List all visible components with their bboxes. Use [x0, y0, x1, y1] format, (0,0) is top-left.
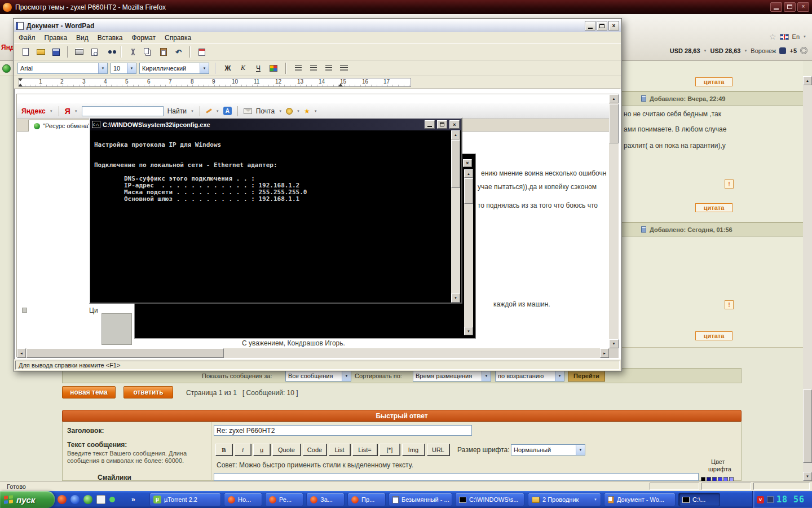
- scroll-thumb[interactable]: [451, 140, 460, 188]
- print-preview-button[interactable]: [87, 45, 102, 59]
- quote-button[interactable]: цитата: [695, 77, 732, 86]
- scroll-thumb[interactable]: [27, 348, 224, 358]
- minimize-button[interactable]: [585, 21, 595, 30]
- taskbar-item-notepad[interactable]: Безымянный - ...: [389, 493, 452, 506]
- charset-combo[interactable]: Кириллический ▼: [139, 63, 209, 74]
- mail-icon[interactable]: [244, 108, 252, 114]
- italic-button[interactable]: К: [237, 63, 249, 74]
- bb-code-button[interactable]: Code: [303, 444, 326, 456]
- quote-button[interactable]: цитата: [695, 331, 732, 340]
- scroll-down-button[interactable]: ▼: [609, 339, 619, 348]
- maximize-button[interactable]: [437, 120, 447, 129]
- taskbar-item-opera-4[interactable]: Пр...: [347, 493, 386, 506]
- align-right-button[interactable]: [323, 63, 335, 74]
- show-posts-select[interactable]: Все сообщения ▼: [285, 370, 351, 382]
- copy-button[interactable]: [141, 45, 155, 59]
- quicklaunch-green-icon[interactable]: [83, 495, 92, 504]
- quicklaunch-notes-icon[interactable]: [96, 495, 105, 504]
- scroll-thumb[interactable]: [464, 178, 473, 204]
- find-button[interactable]: [103, 45, 117, 59]
- taskbar-item-utorrent[interactable]: µ µTorrent 2.2: [149, 493, 221, 506]
- taskbar-item-opera-1[interactable]: Но...: [224, 493, 262, 506]
- console-titlebar[interactable]: C:\ C:\WINDOWS\system32\ipconfig.exe ×: [90, 119, 461, 130]
- bb-bold-button[interactable]: B: [215, 444, 232, 456]
- align-left-button[interactable]: [292, 63, 304, 74]
- go-button[interactable]: Перейти: [568, 370, 605, 382]
- close-button[interactable]: ×: [797, 2, 809, 12]
- bb-listeq-button[interactable]: List=: [352, 444, 377, 456]
- scroll-right-button[interactable]: ►: [600, 348, 609, 358]
- taskbar-clock[interactable]: 18 56: [776, 494, 805, 505]
- bb-quote-button[interactable]: Quote: [272, 444, 301, 456]
- scroll-left-button[interactable]: ◄: [17, 348, 26, 358]
- scroll-down-button[interactable]: ▼: [451, 294, 460, 303]
- chevron-down-icon[interactable]: ▼: [279, 110, 282, 113]
- language-label[interactable]: En: [792, 33, 800, 40]
- bb-url-button[interactable]: URL: [427, 444, 449, 456]
- ya-logo[interactable]: Я: [65, 107, 70, 116]
- chevron-down-icon[interactable]: ▼: [216, 110, 219, 113]
- open-button[interactable]: [34, 45, 48, 59]
- chevron-down-icon[interactable]: ▼: [704, 49, 707, 52]
- bb-img-button[interactable]: Img: [402, 444, 425, 456]
- taskbar-item-cmd-active[interactable]: C:\...: [678, 493, 720, 506]
- taskbar-item-opera-2[interactable]: Ре...: [265, 493, 303, 506]
- font-color-button[interactable]: [267, 63, 280, 74]
- bookmark-star-icon[interactable]: ☆: [769, 32, 776, 41]
- bullets-button[interactable]: [338, 63, 350, 74]
- scroll-thumb[interactable]: [609, 104, 619, 143]
- cut-button[interactable]: [126, 45, 140, 59]
- chevron-down-icon[interactable]: ▼: [191, 110, 194, 113]
- embedded-vscrollbar[interactable]: ▲ ▼: [609, 94, 619, 348]
- bold-button[interactable]: Ж: [222, 63, 234, 74]
- favorites-star-icon[interactable]: ★: [304, 108, 310, 115]
- scroll-up-button[interactable]: ▲: [451, 130, 460, 139]
- indent-marker[interactable]: [18, 84, 23, 86]
- pencil-icon[interactable]: [206, 108, 212, 113]
- chevron-down-icon[interactable]: ▼: [803, 35, 806, 38]
- sort-select[interactable]: Время размещения ▼: [413, 370, 491, 382]
- indent-marker[interactable]: [18, 78, 23, 81]
- chevron-down-icon[interactable]: ▼: [50, 110, 53, 113]
- new-topic-button[interactable]: новая тема: [62, 386, 116, 398]
- chevron-down-icon[interactable]: ▼: [297, 110, 300, 113]
- font-family-combo[interactable]: Arial ▼: [17, 63, 108, 74]
- menu-view[interactable]: Вид: [72, 34, 93, 42]
- close-button[interactable]: ×: [608, 21, 619, 30]
- tray-icon[interactable]: [767, 496, 774, 503]
- scroll-up-button[interactable]: ▲: [464, 169, 473, 178]
- datetime-button[interactable]: [195, 45, 209, 59]
- underline-button[interactable]: Ч: [252, 63, 264, 74]
- antivirus-tray-icon[interactable]: v: [757, 496, 764, 503]
- search-input[interactable]: [82, 106, 164, 116]
- font-size-combo[interactable]: 10 ▼: [111, 63, 136, 74]
- bb-italic-button[interactable]: i: [235, 444, 251, 456]
- subject-input[interactable]: Re: zyxel P660HT2: [214, 425, 472, 436]
- mail-label[interactable]: Почта: [256, 107, 275, 115]
- bb-underline-button[interactable]: u: [253, 444, 270, 456]
- bb-list-button[interactable]: List: [329, 444, 350, 456]
- fontsize-select[interactable]: Нормальный ▼: [511, 444, 585, 456]
- minimize-button[interactable]: [770, 2, 782, 12]
- scroll-up-button[interactable]: ▲: [609, 94, 619, 103]
- scroll-down-button[interactable]: ▼: [464, 327, 473, 335]
- usd-rate-2[interactable]: USD 28,63: [710, 47, 741, 54]
- start-button[interactable]: пуск: [0, 491, 55, 508]
- message-textarea[interactable]: [214, 473, 699, 481]
- menu-edit[interactable]: Правка: [40, 34, 72, 42]
- page-scrollbar[interactable]: ▲ ▼: [803, 76, 812, 481]
- chevron-down-icon[interactable]: ▼: [314, 110, 317, 113]
- city-label[interactable]: Воронеж: [751, 47, 776, 54]
- new-document-button[interactable]: [19, 45, 33, 59]
- menu-file[interactable]: Файл: [14, 34, 40, 42]
- console-output-area[interactable]: Настройка протокола IP для Windows Подкл…: [90, 130, 461, 303]
- right-indent-marker[interactable]: [338, 84, 343, 86]
- quote-button[interactable]: цитата: [695, 203, 732, 212]
- taskbar-item-cmd-window[interactable]: C:\WINDOWS\s...: [455, 493, 524, 506]
- yandex-menu[interactable]: Яндекс: [21, 107, 46, 115]
- console-vscrollbar[interactable]: ▲ ▼: [451, 130, 460, 303]
- usd-rate-1[interactable]: USD 28,63: [670, 47, 700, 54]
- quicklaunch-overflow-chevron[interactable]: »: [131, 496, 135, 503]
- maximize-button[interactable]: [784, 2, 796, 12]
- console-vscrollbar[interactable]: ▲ ▼: [464, 169, 473, 335]
